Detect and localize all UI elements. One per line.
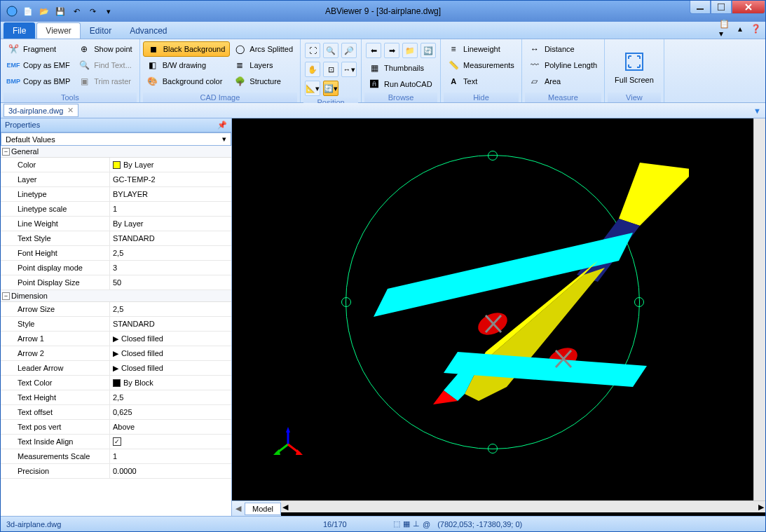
close-button[interactable] bbox=[732, 1, 765, 14]
grid-icon[interactable]: ▦ bbox=[403, 519, 410, 528]
zoom-window-button[interactable]: ⛶ bbox=[305, 43, 320, 58]
copy-emf-button[interactable]: EMFCopy as EMF bbox=[4, 57, 74, 73]
arcs-splitted-button[interactable]: ◯Arcs Splitted bbox=[230, 41, 297, 57]
viewport: ◀ Model ◀ ▶ bbox=[232, 118, 765, 516]
scroll-left-icon[interactable]: ◀ bbox=[282, 503, 288, 512]
lineweight-button[interactable]: ≡Lineweight bbox=[444, 41, 519, 57]
copy-bmp-button[interactable]: BMPCopy as BMP bbox=[4, 74, 74, 89]
maximize-button[interactable] bbox=[711, 1, 732, 14]
prop-line-weight[interactable]: Line WeightBy Layer bbox=[1, 217, 231, 231]
zoom-in-button[interactable]: 🔍 bbox=[323, 43, 338, 58]
orbit-button[interactable]: 🔄▾ bbox=[323, 81, 338, 96]
airplane-model bbox=[296, 142, 689, 478]
tab-editor[interactable]: Editor bbox=[81, 22, 121, 39]
category-general[interactable]: −General bbox=[1, 146, 231, 158]
fragment-icon: ✂️ bbox=[8, 43, 19, 55]
browse-folder-button[interactable]: 📁 bbox=[402, 43, 418, 58]
prop-dim-style[interactable]: StyleSTANDARD bbox=[1, 317, 231, 332]
properties-title-label: Properties bbox=[5, 121, 40, 130]
prop-arrow-size[interactable]: Arrow Size2,5 bbox=[1, 302, 231, 317]
tab-viewer[interactable]: Viewer bbox=[36, 22, 80, 39]
snap-icon[interactable]: ⬚ bbox=[393, 519, 400, 528]
model-tab[interactable]: Model bbox=[245, 503, 281, 515]
pin-icon[interactable]: 📌 bbox=[217, 121, 227, 130]
redo-icon[interactable]: ↷ bbox=[86, 4, 100, 18]
thumbnails-button[interactable]: ▦Thumbnails bbox=[364, 60, 437, 76]
color-swatch bbox=[113, 379, 121, 387]
collapse-icon[interactable]: − bbox=[2, 292, 10, 300]
new-icon[interactable]: 📄 bbox=[21, 4, 35, 18]
polyline-length-button[interactable]: 〰Polyline Length bbox=[525, 57, 601, 73]
prop-text-pos-vert[interactable]: Text pos vertAbove bbox=[1, 420, 231, 435]
undo-icon[interactable]: ↶ bbox=[69, 4, 83, 18]
prop-linetype[interactable]: LinetypeBYLAYER bbox=[1, 187, 231, 202]
tab-advanced[interactable]: Advanced bbox=[121, 22, 176, 39]
tab-scroll-left[interactable]: ◀ bbox=[232, 502, 245, 516]
area-button[interactable]: ▱Area bbox=[525, 74, 601, 89]
distance-button[interactable]: ↔Distance bbox=[525, 41, 601, 57]
prop-text-color[interactable]: Text ColorBy Block bbox=[1, 376, 231, 390]
qat-dropdown-icon[interactable]: ▾ bbox=[102, 4, 116, 18]
properties-combo[interactable]: Default Values ▾ bbox=[1, 132, 231, 146]
fit-button[interactable]: ⊡ bbox=[323, 62, 338, 77]
save-icon[interactable]: 💾 bbox=[53, 4, 67, 18]
layers-button[interactable]: ≣Layers bbox=[230, 57, 297, 73]
fullscreen-button[interactable]: Full Screen bbox=[608, 41, 661, 93]
next-button[interactable]: ➡ bbox=[384, 43, 399, 58]
prop-color[interactable]: ColorBy Layer bbox=[1, 158, 231, 172]
close-tab-icon[interactable]: ✕ bbox=[67, 106, 74, 115]
open-icon[interactable]: 📂 bbox=[37, 4, 51, 18]
prop-font-height[interactable]: Font Height2,5 bbox=[1, 246, 231, 261]
arrow-icon: ▶ bbox=[113, 334, 118, 343]
prop-text-offset[interactable]: Text offset0,625 bbox=[1, 405, 231, 420]
run-autocad-button[interactable]: 🅰Run AutoCAD bbox=[364, 76, 437, 92]
prop-arrow-2[interactable]: Arrow 2▶Closed filled bbox=[1, 346, 231, 361]
prop-layer[interactable]: LayerGC-TEMP-2 bbox=[1, 172, 231, 187]
zoom-out-button[interactable]: 🔎 bbox=[341, 43, 357, 58]
polar-icon[interactable]: @ bbox=[423, 520, 430, 528]
black-background-button[interactable]: ◼Black Background bbox=[143, 41, 231, 57]
view-button[interactable]: 📐▾ bbox=[305, 81, 320, 96]
prop-leader-arrow[interactable]: Leader Arrow▶Closed filled bbox=[1, 361, 231, 376]
tab-file[interactable]: File bbox=[4, 22, 35, 39]
canvas-3d[interactable] bbox=[232, 118, 753, 500]
collapse-icon[interactable]: − bbox=[2, 148, 10, 156]
prop-text-height[interactable]: Text Height2,5 bbox=[1, 390, 231, 405]
prop-text-inside-align[interactable]: Text Inside Align✓ bbox=[1, 435, 231, 449]
document-tab[interactable]: 3d-airplane.dwg ✕ bbox=[4, 104, 78, 117]
fragment-button[interactable]: ✂️Fragment bbox=[4, 41, 74, 57]
options-icon[interactable]: 📋▾ bbox=[719, 23, 730, 34]
vertical-scrollbar[interactable] bbox=[753, 118, 765, 500]
prev-button[interactable]: ⬅ bbox=[366, 43, 381, 58]
doctabs-dropdown-icon[interactable]: ▼ bbox=[753, 107, 761, 115]
bg-color-button[interactable]: 🎨Background color bbox=[143, 74, 231, 89]
collapse-ribbon-icon[interactable]: ▴ bbox=[734, 23, 746, 34]
scale-button[interactable]: ↔▾ bbox=[341, 62, 357, 77]
help-icon[interactable]: ❓ bbox=[750, 23, 761, 34]
minimize-button[interactable] bbox=[690, 1, 711, 14]
arrow-icon: ▶ bbox=[113, 349, 118, 358]
bw-drawing-button[interactable]: ◧B/W drawing bbox=[143, 57, 231, 73]
find-text-button[interactable]: 🔍Find Text... bbox=[74, 57, 136, 73]
prop-point-display-mode[interactable]: Point display mode3 bbox=[1, 261, 231, 275]
prop-precision[interactable]: Precision0.0000 bbox=[1, 464, 231, 479]
hide-text-button[interactable]: AText bbox=[444, 74, 519, 89]
category-dimension[interactable]: −Dimension bbox=[1, 290, 231, 302]
prop-text-style[interactable]: Text StyleSTANDARD bbox=[1, 231, 231, 246]
measurements-button[interactable]: 📏Measurements bbox=[444, 57, 519, 73]
refresh-button[interactable]: 🔄 bbox=[420, 43, 436, 58]
prop-arrow-1[interactable]: Arrow 1▶Closed filled bbox=[1, 332, 231, 346]
prop-measurements-scale[interactable]: Measurements Scale1 bbox=[1, 449, 231, 464]
trim-raster-button[interactable]: ▣Trim raster bbox=[74, 74, 136, 89]
folder-icon: 📁 bbox=[405, 46, 415, 55]
prop-point-display-size[interactable]: Point Display Size50 bbox=[1, 275, 231, 290]
pan-button[interactable]: ✋ bbox=[305, 62, 320, 77]
scroll-right-icon[interactable]: ▶ bbox=[758, 503, 764, 512]
ortho-icon[interactable]: ⊥ bbox=[413, 519, 420, 528]
show-point-button[interactable]: ⊕Show point bbox=[74, 41, 136, 57]
app-icon[interactable] bbox=[5, 4, 19, 18]
prop-linetype-scale[interactable]: Linetype scale1 bbox=[1, 202, 231, 217]
structure-button[interactable]: 🌳Structure bbox=[230, 74, 297, 89]
horizontal-scrollbar[interactable]: ◀ ▶ bbox=[281, 500, 765, 512]
checkbox[interactable]: ✓ bbox=[113, 437, 121, 446]
